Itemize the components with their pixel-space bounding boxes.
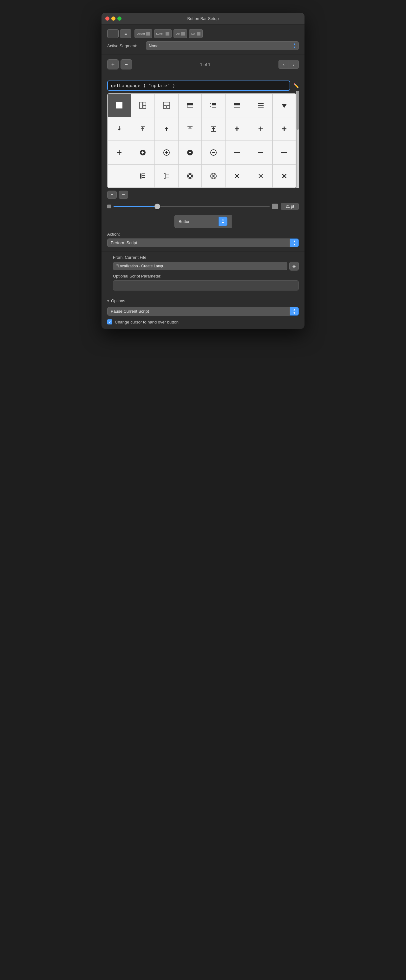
segment-item-1[interactable]: Lorem	[134, 29, 152, 38]
grid-cell-4-4[interactable]	[178, 164, 202, 188]
pause-select[interactable]: Pause Current Script	[107, 307, 290, 315]
grid-cell-4-2[interactable]	[131, 164, 154, 188]
grid-cell-3-1[interactable]	[108, 141, 131, 164]
svg-rect-3	[143, 106, 146, 108]
grid-cell-3-2[interactable]	[131, 141, 154, 164]
slider-thumb[interactable]	[154, 204, 160, 209]
button-type-row: Button ▲ ▼	[107, 215, 299, 228]
slider-track[interactable]	[113, 206, 270, 207]
svg-rect-51	[281, 152, 287, 153]
checkmark-icon: ✓	[108, 320, 111, 324]
grid-cell-1-7[interactable]	[249, 94, 272, 117]
grid-cell-2-1[interactable]	[108, 117, 131, 140]
pause-arrows-icon[interactable]: ▲ ▼	[290, 307, 299, 315]
counter-text: 1 of 1	[200, 62, 211, 67]
grid-cell-3-4[interactable]	[178, 141, 202, 164]
nav-buttons: ‹ ›	[279, 60, 299, 69]
svg-rect-2	[143, 102, 146, 105]
prev-button[interactable]: ‹	[279, 60, 289, 69]
script-picker-button[interactable]: ◈	[289, 262, 299, 270]
grid-cell-3-7[interactable]	[249, 141, 272, 164]
grid-cell-4-6[interactable]	[225, 164, 249, 188]
grid-cell-1-3[interactable]	[155, 94, 178, 117]
grid-scrollbar[interactable]	[296, 91, 299, 188]
grid-cell-4-7[interactable]	[249, 164, 272, 188]
counter-buttons: + −	[107, 59, 132, 70]
maximize-button[interactable]	[117, 16, 121, 21]
slider-max-icon	[272, 204, 278, 209]
remove-item-button[interactable]: −	[121, 59, 132, 70]
cursor-checkbox-label: Change cursor to hand over button	[115, 320, 178, 325]
grid-cell-1-4[interactable]	[178, 94, 202, 117]
button-type-select[interactable]: Button ▲ ▼	[174, 215, 232, 228]
segment-icon-2	[166, 32, 169, 35]
svg-rect-57	[164, 173, 165, 178]
grid-cell-4-3[interactable]	[155, 164, 178, 188]
language-section: ✏️	[102, 74, 304, 252]
grid-cell-1-6[interactable]	[225, 94, 249, 117]
action-arrows-icon[interactable]: ▲ ▼	[290, 239, 299, 247]
slider-value: 21 pt	[281, 203, 299, 210]
grid-cell-2-2[interactable]	[131, 117, 154, 140]
next-button[interactable]: ›	[289, 60, 299, 69]
layout-btn-list[interactable]: ≡	[120, 29, 131, 38]
grid-cell-1-2[interactable]	[131, 94, 154, 117]
cursor-checkbox[interactable]: ✓	[107, 319, 112, 325]
svg-rect-6	[167, 106, 170, 108]
active-segment-value: None	[149, 43, 159, 48]
select-arrows-icon: ▲ ▼	[293, 43, 296, 49]
grid-cell-1-8[interactable]	[272, 94, 296, 117]
grid-cell-2-7[interactable]	[249, 117, 272, 140]
traffic-lights	[105, 16, 121, 21]
action-select[interactable]: Perform Script	[107, 239, 290, 247]
active-segment-select[interactable]: None ▲ ▼	[146, 41, 299, 50]
add-item-button[interactable]: +	[107, 59, 119, 70]
grid-cell-2-4[interactable]	[178, 117, 202, 140]
grid-cell-4-8[interactable]	[272, 164, 296, 188]
grid-cell-2-3[interactable]	[155, 117, 178, 140]
grid-cell-4-1[interactable]	[108, 164, 131, 188]
script-section: From: Current File "Localization - Creat…	[102, 252, 304, 294]
grid-cell-3-5[interactable]	[202, 141, 225, 164]
list-icon: ≡	[124, 31, 127, 36]
slider-fill	[113, 206, 157, 207]
button-type-value: Button	[178, 219, 191, 224]
options-section: ▾ Options Pause Current Script ▲ ▼ ✓ Cha…	[102, 294, 304, 329]
grid-cell-1-5[interactable]	[202, 94, 225, 117]
chevron-down-icon[interactable]: ▾	[107, 299, 109, 303]
toolbar-section: — ≡ Lorem Lorem Lor	[102, 25, 304, 55]
grid-cell-2-5[interactable]	[202, 117, 225, 140]
grid-cell-2-6[interactable]	[225, 117, 249, 140]
optional-script-input[interactable]	[113, 280, 299, 291]
edit-icon[interactable]: ✏️	[293, 83, 299, 88]
svg-rect-4	[163, 102, 170, 105]
layout-btn-dash[interactable]: —	[107, 29, 119, 38]
counter-row: + − 1 of 1 ‹ ›	[107, 59, 299, 70]
action-arrow-down: ▼	[293, 243, 296, 246]
prev-icon: ‹	[283, 62, 285, 67]
grid-cell-3-6[interactable]	[225, 141, 249, 164]
grid-cell-3-3[interactable]	[155, 141, 178, 164]
segment-item-4[interactable]: Lor	[189, 29, 203, 38]
segment-item-3[interactable]: Lor	[174, 29, 187, 38]
svg-rect-56	[142, 177, 145, 178]
svg-rect-5	[163, 106, 166, 108]
close-button[interactable]	[105, 16, 110, 21]
minus-icon: −	[122, 192, 125, 197]
language-input[interactable]	[107, 81, 290, 91]
svg-rect-55	[142, 175, 145, 176]
active-segment-row: Active Segment: None ▲ ▼	[107, 41, 299, 50]
minimize-button[interactable]	[111, 16, 115, 21]
grid-cell-1-1[interactable]	[108, 94, 131, 117]
grid-scrollbar-thumb	[296, 91, 299, 130]
active-segment-label: Active Segment:	[107, 43, 142, 48]
grid-cell-2-8[interactable]	[272, 117, 296, 140]
toolbar-row: — ≡ Lorem Lorem Lor	[107, 29, 299, 38]
diamond-icon: ◈	[293, 264, 296, 269]
add-icon-button[interactable]: +	[107, 191, 117, 199]
remove-icon-button[interactable]: −	[119, 191, 128, 199]
grid-cell-4-5[interactable]	[202, 164, 225, 188]
titlebar: Button Bar Setup	[102, 13, 304, 25]
grid-cell-3-8[interactable]	[272, 141, 296, 164]
segment-item-2[interactable]: Lorem	[154, 29, 172, 38]
